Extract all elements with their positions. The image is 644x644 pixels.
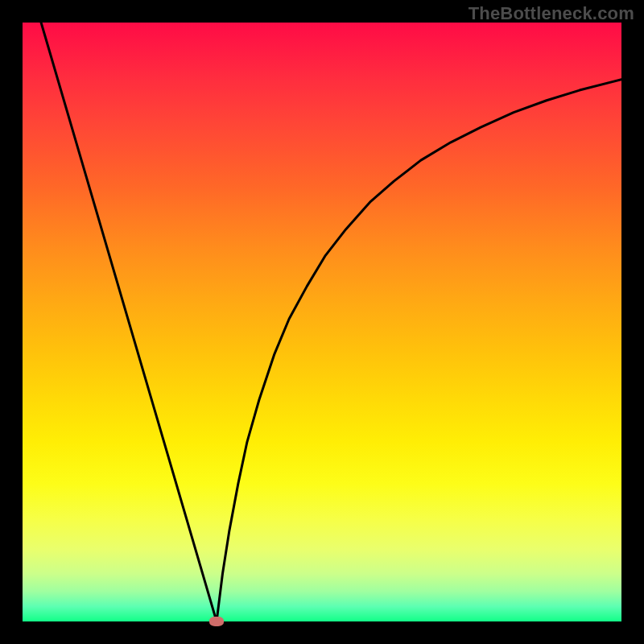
curve-svg	[23, 23, 621, 621]
plot-area	[23, 23, 621, 621]
optimum-marker	[209, 617, 224, 626]
bottleneck-curve	[41, 23, 621, 621]
chart-frame: TheBottleneck.com	[0, 0, 644, 644]
watermark-text: TheBottleneck.com	[469, 3, 634, 24]
